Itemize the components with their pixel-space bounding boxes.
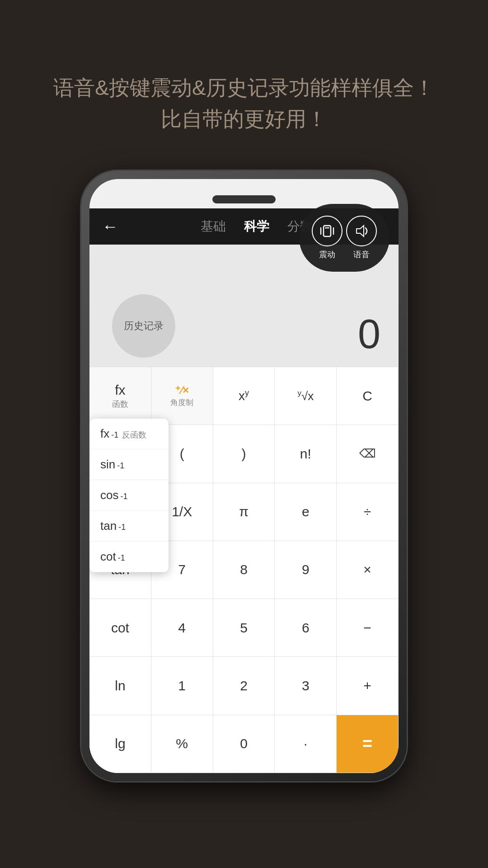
key-add-label: +	[363, 678, 371, 693]
key-equals[interactable]: =	[337, 715, 399, 773]
popup-item-arctan[interactable]: tan-1	[89, 511, 169, 542]
key-fx-sub: 函数	[112, 399, 128, 410]
key-9-label: 9	[302, 562, 310, 577]
float-popup: fx-1 反函数 sin-1 cos-1 tan-1 cot-1	[89, 419, 169, 572]
key-multiply-label: ×	[363, 562, 371, 577]
key-clear[interactable]: C	[337, 367, 399, 425]
key-angle[interactable]: ⁺∕× 角度制	[151, 367, 213, 425]
key-root[interactable]: y√x	[275, 367, 337, 425]
sound-icon	[346, 216, 377, 246]
phone-mockup: ← 基础 科学 分数	[81, 171, 407, 781]
key-clear-label: C	[362, 388, 372, 404]
key-cot[interactable]: cot	[89, 599, 151, 657]
key-0[interactable]: 0	[213, 715, 275, 773]
key-4[interactable]: 4	[151, 599, 213, 657]
phone-shell: ← 基础 科学 分数	[81, 171, 407, 781]
key-pi-label: π	[239, 504, 249, 519]
key-5[interactable]: 5	[213, 599, 275, 657]
key-8[interactable]: 8	[213, 541, 275, 599]
key-open-paren-label: (	[180, 446, 184, 462]
key-root-label: y√x	[297, 389, 314, 403]
key-decimal[interactable]: ·	[275, 715, 337, 773]
vibrate-label: 震动	[319, 249, 335, 260]
key-4-label: 4	[178, 620, 186, 636]
key-add[interactable]: +	[337, 657, 399, 715]
display-value: 0	[358, 311, 380, 358]
vibrate-icon-item[interactable]: 震动	[312, 216, 343, 260]
key-angle-symbol: ⁺∕×	[175, 384, 189, 396]
key-euler[interactable]: e	[275, 483, 337, 541]
key-3[interactable]: 3	[275, 657, 337, 715]
sound-label: 语音	[353, 249, 370, 260]
key-fx[interactable]: fx 函数	[89, 367, 151, 425]
sound-icon-item[interactable]: 语音	[346, 216, 377, 260]
vibrate-icon	[312, 216, 343, 246]
popup-item-fx-inverse[interactable]: fx-1 反函数	[89, 419, 169, 449]
key-1[interactable]: 1	[151, 657, 213, 715]
key-2[interactable]: 2	[213, 657, 275, 715]
key-8-label: 8	[240, 562, 248, 577]
key-percent[interactable]: %	[151, 715, 213, 773]
key-divide-label: ÷	[364, 504, 371, 519]
key-factorial-label: n!	[300, 446, 311, 462]
key-pi[interactable]: π	[213, 483, 275, 541]
promo-text: 语音&按键震动&历史记录功能样样俱全！ 比自带的更好用！	[17, 72, 470, 135]
key-close-paren-label: )	[241, 446, 246, 462]
key-lg-label: lg	[115, 736, 125, 751]
key-6-label: 6	[302, 620, 310, 636]
key-2-label: 2	[240, 678, 248, 693]
key-angle-sub: 角度制	[170, 397, 193, 408]
popup-item-arccot[interactable]: cot-1	[89, 542, 169, 572]
key-percent-label: %	[176, 736, 188, 751]
popup-item-arccos[interactable]: cos-1	[89, 480, 169, 511]
key-decimal-label: ·	[304, 736, 307, 751]
key-9[interactable]: 9	[275, 541, 337, 599]
key-subtract[interactable]: −	[337, 599, 399, 657]
key-6[interactable]: 6	[275, 599, 337, 657]
key-3-label: 3	[302, 678, 310, 693]
key-factorial[interactable]: n!	[275, 425, 337, 483]
phone-speaker	[212, 195, 276, 203]
key-lg[interactable]: lg	[89, 715, 151, 773]
key-close-paren[interactable]: )	[213, 425, 275, 483]
key-7-label: 7	[178, 562, 186, 577]
tab-science[interactable]: 科学	[244, 218, 269, 235]
key-backspace[interactable]: ⌫	[337, 425, 399, 483]
key-fx-main: fx	[115, 382, 125, 398]
svg-rect-1	[325, 227, 329, 229]
key-0-label: 0	[240, 736, 248, 751]
key-ln[interactable]: ln	[89, 657, 151, 715]
history-button[interactable]: 历史记录	[112, 294, 175, 358]
key-divide[interactable]: ÷	[337, 483, 399, 541]
key-power[interactable]: xy	[213, 367, 275, 425]
key-reciprocal-label: 1/X	[172, 504, 192, 519]
key-5-label: 5	[240, 620, 248, 636]
popup-icons: 震动 语音	[299, 204, 389, 272]
key-equals-label: =	[362, 734, 372, 754]
key-cot-label: cot	[111, 620, 129, 636]
key-euler-label: e	[302, 504, 310, 519]
popup-item-arcsin[interactable]: sin-1	[89, 449, 169, 480]
key-subtract-label: −	[363, 620, 371, 636]
phone-screen: ← 基础 科学 分数	[89, 179, 399, 773]
key-multiply[interactable]: ×	[337, 541, 399, 599]
svg-marker-4	[357, 226, 364, 236]
key-ln-label: ln	[115, 678, 125, 693]
back-button[interactable]: ←	[102, 217, 118, 236]
key-1-label: 1	[178, 678, 186, 693]
key-power-label: xy	[239, 388, 249, 403]
key-backspace-icon: ⌫	[359, 447, 376, 461]
tab-basic[interactable]: 基础	[201, 218, 226, 235]
